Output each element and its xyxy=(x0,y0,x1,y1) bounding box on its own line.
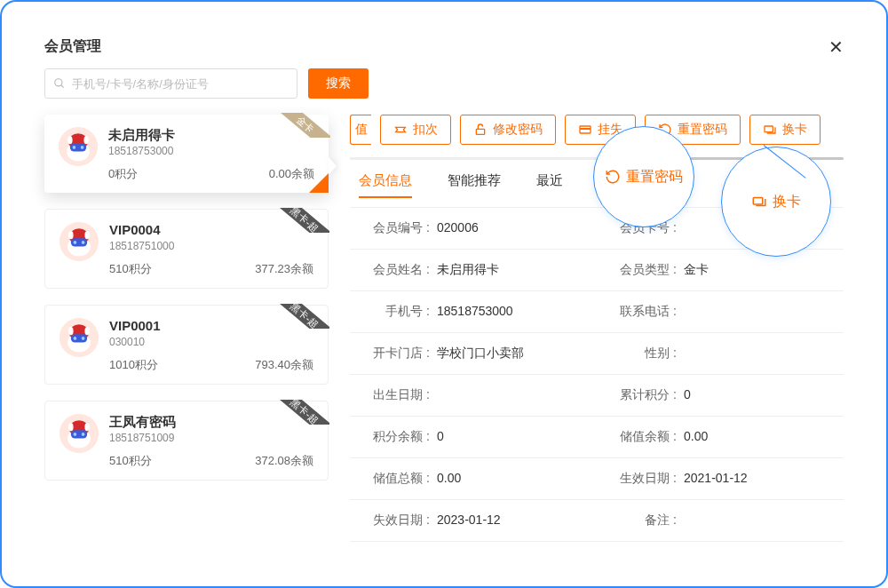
card-ribbon: 金卡 xyxy=(268,113,330,138)
detail-row: 积分余额 :0储值余额 :0.00 xyxy=(350,417,844,458)
svg-line-1 xyxy=(61,85,64,88)
svg-point-9 xyxy=(83,136,89,144)
card-ribbon-label: 黑卡-超 xyxy=(267,400,329,425)
svg-point-7 xyxy=(81,146,84,149)
toolbar-prev-fragment[interactable]: 值 xyxy=(350,115,371,145)
detail-cell: 会员编号 :020006 xyxy=(350,208,597,250)
ticket-icon xyxy=(393,123,408,137)
search-input[interactable] xyxy=(44,68,297,99)
svg-rect-36 xyxy=(580,128,591,130)
member-card[interactable]: 金卡未启用得卡185187530000积分0.00余额 xyxy=(44,115,329,193)
detail-value: 0.00 xyxy=(677,429,836,445)
detail-label: 性别 : xyxy=(604,346,677,362)
detail-value: 0 xyxy=(430,429,590,445)
toolbar-btn-label: 修改密码 xyxy=(493,122,543,138)
detail-cell: 性别 : xyxy=(597,333,844,375)
detail-label: 积分余额 : xyxy=(357,429,430,445)
svg-point-30 xyxy=(74,433,77,436)
detail-cell: 积分余额 :0 xyxy=(350,417,597,458)
member-balance: 793.40余额 xyxy=(255,357,313,373)
detail-cell: 会员类型 :金卡 xyxy=(597,250,844,291)
detail-value: 未启用得卡 xyxy=(430,262,590,278)
swap-card-icon xyxy=(763,123,777,137)
swap-card-icon xyxy=(751,194,767,210)
search-row: 搜索 xyxy=(27,68,861,115)
svg-point-25 xyxy=(84,327,90,335)
card-lost-icon xyxy=(578,123,592,137)
selected-corner xyxy=(309,173,329,193)
member-points: 510积分 xyxy=(109,453,152,469)
search-button[interactable]: 搜索 xyxy=(308,68,369,99)
detail-label: 备注 : xyxy=(604,513,677,528)
detail-cell: 失效日期 :2023-01-12 xyxy=(350,500,597,542)
ticket-button[interactable]: 扣次 xyxy=(380,115,451,145)
toolbar-btn-label: 换卡 xyxy=(782,122,807,138)
detail-label: 出生日期 : xyxy=(357,387,430,403)
detail-grid: 会员编号 :020006会员卡号 :会员姓名 :未启用得卡会员类型 :金卡手机号… xyxy=(350,207,844,542)
member-points: 0积分 xyxy=(108,166,138,182)
reset-icon xyxy=(605,169,621,185)
member-balance: 372.08余额 xyxy=(255,453,313,469)
svg-point-6 xyxy=(73,146,76,149)
detail-label: 会员姓名 : xyxy=(357,262,430,278)
member-detail-panel: 值 扣次修改密码挂失重置密码换卡 会员信息智能推荐最近卡 会员编号 :02000… xyxy=(329,115,844,542)
toolbar-btn-label: 扣次 xyxy=(413,122,438,138)
member-card[interactable]: 黑卡-超VIP00010300101010积分793.40余额 xyxy=(44,305,329,385)
detail-label: 手机号 : xyxy=(357,304,430,320)
card-ribbon: 黑卡-超 xyxy=(267,208,329,233)
detail-value xyxy=(677,513,836,528)
svg-rect-37 xyxy=(765,126,773,132)
detail-row: 失效日期 :2023-01-12备注 : xyxy=(350,500,844,542)
member-list: 金卡未启用得卡185187530000积分0.00余额黑卡-超VIP000418… xyxy=(44,115,329,542)
app-frame: 会员管理 ✕ 搜索 金卡未启用得卡185187530000积分0.00余额黑卡-… xyxy=(0,0,888,588)
detail-cell: 会员姓名 :未启用得卡 xyxy=(350,250,597,291)
svg-point-15 xyxy=(82,241,85,244)
member-balance: 0.00余额 xyxy=(269,166,314,182)
member-card[interactable]: 黑卡-超VIP000418518751000510积分377.23余额 xyxy=(44,209,329,289)
detail-cell: 生效日期 :2021-01-12 xyxy=(597,458,844,500)
svg-point-22 xyxy=(74,337,77,340)
svg-point-14 xyxy=(74,241,77,244)
detail-cell: 备注 : xyxy=(597,500,844,542)
card-ribbon: 黑卡-超 xyxy=(267,400,329,425)
svg-point-0 xyxy=(55,79,62,86)
member-card[interactable]: 黑卡-超王凤有密码18518751009510积分372.08余额 xyxy=(44,401,329,481)
detail-cell: 储值余额 :0.00 xyxy=(597,417,844,458)
svg-point-16 xyxy=(68,231,74,239)
detail-value: 020006 xyxy=(430,220,590,236)
search-input-wrap xyxy=(44,68,297,99)
zoom-reset-password-callout: 重置密码 xyxy=(593,126,694,227)
detail-value: 0.00 xyxy=(430,471,590,487)
detail-cell: 累计积分 :0 xyxy=(597,375,844,417)
card-ribbon-label: 黑卡-超 xyxy=(267,208,329,233)
svg-point-33 xyxy=(84,423,90,431)
tab-2[interactable]: 最近 xyxy=(536,172,563,198)
content-row: 金卡未启用得卡185187530000积分0.00余额黑卡-超VIP000418… xyxy=(27,115,861,542)
detail-value xyxy=(677,304,836,320)
svg-point-32 xyxy=(68,423,74,431)
member-phone: 18518753000 xyxy=(108,145,314,157)
tab-0[interactable]: 会员信息 xyxy=(359,172,412,198)
svg-rect-34 xyxy=(476,129,484,134)
detail-cell: 出生日期 : xyxy=(350,375,597,417)
tab-1[interactable]: 智能推荐 xyxy=(448,172,501,198)
avatar xyxy=(59,414,99,453)
svg-point-24 xyxy=(68,327,74,335)
toolbar-btn-label: 重置密码 xyxy=(678,122,727,138)
detail-cell: 联系电话 : xyxy=(597,291,844,333)
detail-label: 开卡门店 : xyxy=(357,346,430,362)
swap-card-button[interactable]: 换卡 xyxy=(749,115,821,145)
detail-label: 会员类型 : xyxy=(604,262,677,278)
member-points: 510积分 xyxy=(109,261,152,277)
avatar xyxy=(59,318,99,357)
detail-label: 生效日期 : xyxy=(604,471,677,487)
detail-row: 出生日期 :累计积分 :0 xyxy=(350,375,844,417)
zoom-swap-label: 换卡 xyxy=(773,193,801,211)
detail-row: 开卡门店 :学校门口小卖部性别 : xyxy=(350,333,844,375)
detail-label: 储值总额 : xyxy=(357,471,430,487)
detail-label: 联系电话 : xyxy=(604,304,677,320)
member-balance: 377.23余额 xyxy=(255,261,313,277)
close-icon[interactable]: ✕ xyxy=(829,38,844,56)
lock-open-button[interactable]: 修改密码 xyxy=(460,115,556,145)
detail-row: 储值总额 :0.00生效日期 :2021-01-12 xyxy=(350,458,844,500)
